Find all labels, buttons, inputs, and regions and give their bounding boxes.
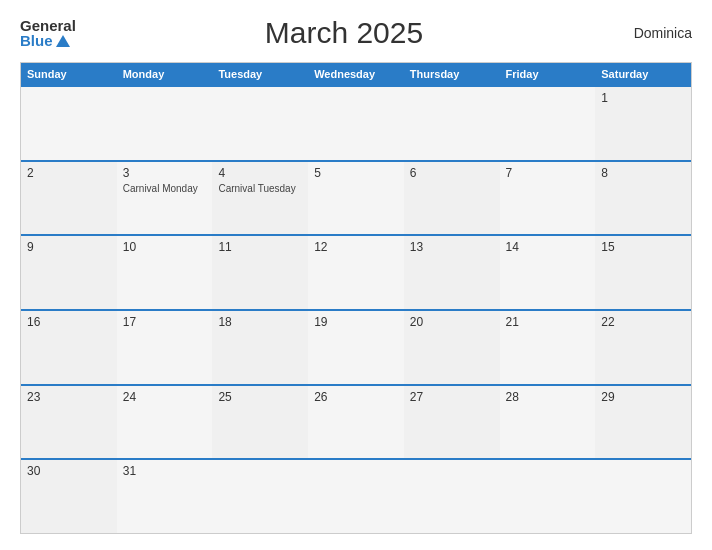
calendar-cell: 28 [500, 386, 596, 459]
calendar-cell: 22 [595, 311, 691, 384]
weekday-header-thursday: Thursday [404, 63, 500, 85]
event-label: Carnival Tuesday [218, 183, 302, 194]
calendar-cell: 11 [212, 236, 308, 309]
calendar-cell: 14 [500, 236, 596, 309]
calendar-cell: 10 [117, 236, 213, 309]
day-number: 20 [410, 315, 494, 329]
logo-triangle-icon [56, 35, 70, 47]
calendar-cell: 5 [308, 162, 404, 235]
weekday-header-monday: Monday [117, 63, 213, 85]
calendar-cell: 15 [595, 236, 691, 309]
day-number: 11 [218, 240, 302, 254]
day-number: 5 [314, 166, 398, 180]
weekday-header-tuesday: Tuesday [212, 63, 308, 85]
calendar: SundayMondayTuesdayWednesdayThursdayFrid… [20, 62, 692, 534]
calendar-cell: 12 [308, 236, 404, 309]
day-number: 12 [314, 240, 398, 254]
calendar-body: 123Carnival Monday4Carnival Tuesday56789… [21, 85, 691, 533]
calendar-cell: 29 [595, 386, 691, 459]
day-number: 18 [218, 315, 302, 329]
calendar-cell: 9 [21, 236, 117, 309]
day-number: 7 [506, 166, 590, 180]
calendar-week-4: 16171819202122 [21, 309, 691, 384]
calendar-cell [212, 460, 308, 533]
day-number: 14 [506, 240, 590, 254]
weekday-header-sunday: Sunday [21, 63, 117, 85]
day-number: 3 [123, 166, 207, 180]
calendar-week-5: 23242526272829 [21, 384, 691, 459]
calendar-cell [21, 87, 117, 160]
calendar-week-3: 9101112131415 [21, 234, 691, 309]
calendar-cell [500, 460, 596, 533]
day-number: 24 [123, 390, 207, 404]
day-number: 28 [506, 390, 590, 404]
calendar-cell [404, 460, 500, 533]
calendar-cell: 4Carnival Tuesday [212, 162, 308, 235]
calendar-cell [308, 460, 404, 533]
calendar-cell: 2 [21, 162, 117, 235]
logo-general-text: General [20, 18, 76, 33]
day-number: 8 [601, 166, 685, 180]
calendar-cell: 13 [404, 236, 500, 309]
calendar-cell: 26 [308, 386, 404, 459]
day-number: 6 [410, 166, 494, 180]
weekday-header-friday: Friday [500, 63, 596, 85]
day-number: 23 [27, 390, 111, 404]
logo: General Blue [20, 18, 76, 48]
calendar-cell: 18 [212, 311, 308, 384]
calendar-week-1: 1 [21, 85, 691, 160]
day-number: 21 [506, 315, 590, 329]
day-number: 17 [123, 315, 207, 329]
calendar-cell: 23 [21, 386, 117, 459]
day-number: 15 [601, 240, 685, 254]
calendar-cell: 25 [212, 386, 308, 459]
calendar-cell: 8 [595, 162, 691, 235]
calendar-cell: 20 [404, 311, 500, 384]
calendar-cell: 31 [117, 460, 213, 533]
day-number: 22 [601, 315, 685, 329]
day-number: 1 [601, 91, 685, 105]
calendar-cell: 1 [595, 87, 691, 160]
logo-blue-text: Blue [20, 33, 76, 48]
calendar-cell [500, 87, 596, 160]
calendar-cell: 3Carnival Monday [117, 162, 213, 235]
calendar-cell [308, 87, 404, 160]
calendar-cell: 16 [21, 311, 117, 384]
day-number: 13 [410, 240, 494, 254]
event-label: Carnival Monday [123, 183, 207, 194]
day-number: 2 [27, 166, 111, 180]
calendar-cell: 7 [500, 162, 596, 235]
calendar-cell: 6 [404, 162, 500, 235]
calendar-weekday-header: SundayMondayTuesdayWednesdayThursdayFrid… [21, 63, 691, 85]
day-number: 27 [410, 390, 494, 404]
calendar-cell [212, 87, 308, 160]
calendar-week-2: 23Carnival Monday4Carnival Tuesday5678 [21, 160, 691, 235]
day-number: 31 [123, 464, 207, 478]
day-number: 26 [314, 390, 398, 404]
calendar-cell: 24 [117, 386, 213, 459]
page-header: General Blue March 2025 Dominica [20, 16, 692, 50]
calendar-cell [117, 87, 213, 160]
day-number: 29 [601, 390, 685, 404]
country-label: Dominica [612, 25, 692, 41]
day-number: 16 [27, 315, 111, 329]
day-number: 9 [27, 240, 111, 254]
calendar-title: March 2025 [76, 16, 612, 50]
day-number: 4 [218, 166, 302, 180]
calendar-cell: 17 [117, 311, 213, 384]
calendar-cell [595, 460, 691, 533]
calendar-cell: 19 [308, 311, 404, 384]
day-number: 30 [27, 464, 111, 478]
weekday-header-saturday: Saturday [595, 63, 691, 85]
day-number: 25 [218, 390, 302, 404]
day-number: 10 [123, 240, 207, 254]
calendar-cell: 30 [21, 460, 117, 533]
day-number: 19 [314, 315, 398, 329]
calendar-week-6: 3031 [21, 458, 691, 533]
weekday-header-wednesday: Wednesday [308, 63, 404, 85]
calendar-cell: 21 [500, 311, 596, 384]
calendar-cell: 27 [404, 386, 500, 459]
calendar-cell [404, 87, 500, 160]
